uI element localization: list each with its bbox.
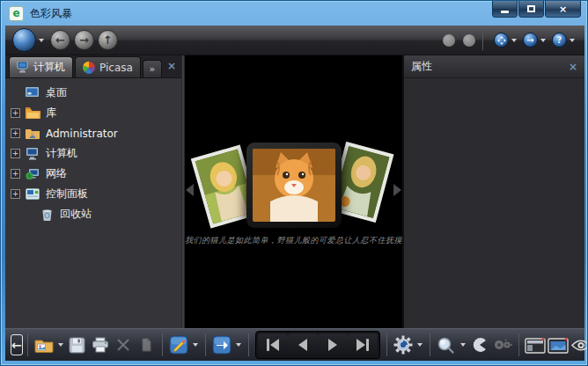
forward-button[interactable]: → [74, 30, 94, 50]
left-panel-close-button[interactable]: × [167, 60, 176, 72]
carousel-previous-icon[interactable] [186, 184, 194, 196]
up-button[interactable]: ↑ [98, 30, 118, 50]
tab-computer-label: 计算机 [33, 60, 65, 75]
expand-icon[interactable]: + [11, 149, 20, 158]
properties-panel: 属性 × [404, 55, 584, 328]
go-button[interactable]: → [523, 33, 538, 48]
edit-button[interactable] [167, 333, 190, 356]
minimize-icon [501, 11, 509, 13]
browse-back-icon: ← [11, 338, 22, 352]
tree-item-computer[interactable]: + 计算机 [11, 143, 181, 164]
tree-item-administrator[interactable]: + Administrator [11, 123, 181, 143]
first-image-button[interactable] [258, 333, 288, 356]
carousel-next-icon[interactable] [393, 184, 401, 196]
left-panel: 计算机 Picasa » × [5, 55, 181, 328]
computer-icon [25, 147, 40, 161]
picasa-icon [83, 62, 95, 74]
forward-arrow-icon: → [79, 33, 89, 47]
expand-icon[interactable]: + [11, 108, 20, 118]
zoom-caret-icon[interactable] [460, 343, 466, 347]
layout-browser-icon [525, 337, 546, 354]
tree-item-libraries[interactable]: + 库 [11, 103, 181, 123]
browse-back-button[interactable]: ← [11, 334, 23, 355]
last-icon [356, 339, 365, 351]
user-folder-icon [25, 127, 40, 141]
save-icon [69, 337, 85, 354]
pan-arrows-button[interactable] [494, 33, 509, 48]
network-icon [25, 167, 40, 181]
back-button[interactable]: ← [50, 30, 70, 50]
tree-label: 网络 [46, 166, 67, 181]
help-icon: ? [557, 35, 562, 45]
expand-icon[interactable]: + [11, 169, 20, 179]
control-panel-icon [25, 187, 40, 201]
go-caret-icon[interactable] [540, 39, 546, 42]
minimize-button[interactable] [492, 1, 518, 18]
tab-overflow-button[interactable]: » [143, 60, 162, 77]
delete-button[interactable] [112, 333, 135, 356]
rename-icon [141, 337, 151, 353]
properties-body [404, 78, 584, 328]
layout-browser-button[interactable] [524, 333, 547, 356]
library-folder-icon [25, 106, 40, 121]
photo-current[interactable] [253, 149, 335, 222]
help-caret-icon[interactable] [570, 39, 575, 42]
send-to-caret-icon[interactable] [236, 343, 241, 347]
back-arrow-icon: ← [55, 33, 65, 47]
layout-viewer-button[interactable] [547, 333, 570, 356]
toggle-a-button[interactable] [443, 34, 455, 47]
tree-item-control-panel[interactable]: + 控制面板 [11, 184, 181, 204]
panel-close-icon: × [167, 60, 176, 72]
delete-icon [116, 338, 130, 352]
photo-current-frame[interactable] [246, 143, 342, 228]
next-image-button[interactable] [318, 333, 348, 356]
image-viewer[interactable]: 我们的猫儿是如此简单，野猫儿般的可爱总让人忍不住抚摸 [185, 55, 402, 328]
app-menu-button[interactable] [12, 28, 36, 52]
tree-label: Administrator [46, 128, 118, 140]
expand-icon[interactable]: + [11, 128, 20, 138]
zoom-icon [437, 336, 455, 355]
tree-label: 库 [46, 106, 56, 121]
layout-viewer-icon [548, 337, 569, 354]
open-folder-caret-icon[interactable] [58, 343, 63, 347]
maximize-button[interactable] [518, 1, 544, 18]
tree-item-network[interactable]: + 网络 [11, 164, 181, 184]
last-image-button[interactable] [348, 333, 378, 356]
maximize-icon [527, 5, 535, 12]
zoom-button[interactable] [435, 333, 458, 356]
app-window: e 色彩风暴 × ← → ↑ → ? [0, 0, 588, 366]
options-gear-icon [393, 335, 413, 355]
edit-caret-icon[interactable] [193, 343, 198, 347]
toggle-b-button[interactable] [463, 34, 475, 47]
expand-icon[interactable]: + [11, 189, 20, 199]
go-arrow-icon: → [526, 35, 533, 45]
tree-item-recycle-bin[interactable]: 回收站 [11, 204, 181, 224]
open-folder-button[interactable] [33, 333, 55, 356]
recycle-bin-icon [39, 208, 55, 222]
rename-button[interactable] [135, 333, 158, 356]
previous-image-button[interactable] [288, 333, 318, 356]
options-button[interactable] [392, 333, 415, 356]
preview-eye-button[interactable] [570, 333, 588, 356]
app-menu-caret-icon[interactable] [39, 39, 44, 42]
tree-label: 桌面 [46, 85, 67, 100]
save-button[interactable] [66, 333, 89, 356]
pan-arrows-icon [497, 36, 506, 45]
tab-picasa[interactable]: Picasa [75, 56, 141, 77]
pan-caret-icon[interactable] [511, 39, 517, 42]
print-button[interactable] [89, 333, 112, 356]
tree-item-desktop[interactable]: 桌面 [11, 83, 181, 103]
app-logo-icon: e [9, 6, 24, 21]
rotate-button[interactable] [468, 333, 491, 356]
help-button[interactable]: ? [552, 33, 567, 48]
properties-header: 属性 × [404, 55, 584, 78]
options-caret-icon[interactable] [417, 343, 423, 347]
bottom-toolbar: ← [5, 328, 584, 361]
properties-close-button[interactable]: × [569, 61, 577, 73]
tab-computer[interactable]: 计算机 [9, 56, 73, 77]
window-title: 色彩风暴 [30, 6, 72, 21]
tools-button[interactable] [491, 333, 514, 356]
top-toolbar: ← → ↑ → ? [5, 26, 584, 55]
close-button[interactable]: × [545, 1, 581, 18]
send-to-button[interactable] [210, 333, 233, 356]
